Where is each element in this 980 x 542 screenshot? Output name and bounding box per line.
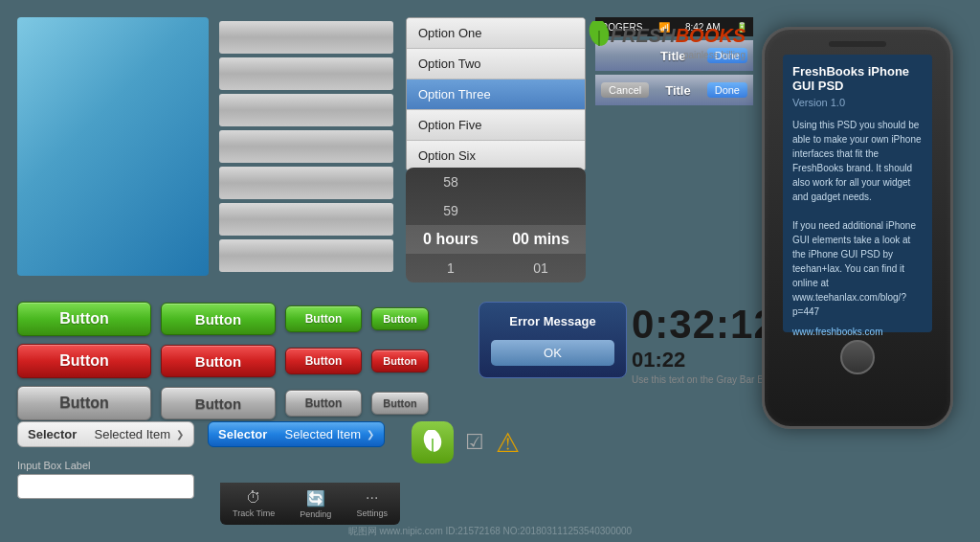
btn-row-gray: Button Button Button Button [17,386,429,420]
small-red-button[interactable]: Button [371,350,429,373]
large-gray-button-2[interactable]: Button [161,387,276,419]
gray-bar [219,57,393,90]
freshbooks-logo-area: FRESHBOOKS painless billing [588,21,746,60]
medium-red-button[interactable]: Button [285,348,362,374]
leaf-icon [588,21,611,50]
tab-settings-label: Settings [356,508,388,518]
blue-rectangle [17,17,209,276]
option-three[interactable]: Option Three [407,79,585,110]
watermark: 昵图网 www.nipic.com ID:21572168 NO:2018031… [348,525,632,538]
tab-pending[interactable]: 🔄 Pending [300,489,331,519]
drum-selected-hours: 0 hours [406,225,496,254]
tab-settings[interactable]: ··· Settings [356,489,388,518]
screen-title: FreshBooks iPhone GUI PSD [792,64,923,93]
fresh-text: FRESH [611,25,676,47]
drum-item: 01 [496,254,586,282]
selectors-area: Selector Selected Item ❯ Selector Select… [17,421,385,447]
large-red-button-2[interactable]: Button [161,345,276,377]
drum-selected-mins: 00 mins [496,225,586,254]
buttons-area: Button Button Button Button Button Butto… [17,302,429,428]
books-text: BOOKS [676,25,746,47]
screen-body: Using this PSD you should be able to mak… [792,118,923,319]
large-gray-button-1[interactable]: Button [17,386,151,420]
input-field[interactable] [17,474,194,499]
tab-track-time-label: Track Time [233,508,275,518]
chevron-right-icon-blue: ❯ [367,429,374,440]
gray-bars-panel [215,17,397,276]
iphone-home-button[interactable] [840,340,875,374]
input-area: Input Box Label [17,460,194,499]
track-time-icon: ⏱ [246,489,261,507]
option-one[interactable]: Option One [407,18,585,49]
nav-title-2: Title [665,83,691,98]
gray-bar [219,21,393,54]
large-red-button-1[interactable]: Button [17,344,151,378]
warning-icon: ⚠ [496,427,520,459]
gray-bar [219,94,393,126]
small-green-button[interactable]: Button [371,307,429,330]
screen-version: Version 1.0 [792,97,923,108]
btn-row-red: Button Button Button Button [17,344,429,378]
hours-drum[interactable]: 58 59 0 hours 1 2 [406,168,496,282]
ok-button[interactable]: OK [491,340,614,366]
leaf-btn-icon [422,430,443,455]
gray-bar [219,130,393,163]
gray-bar [219,203,393,236]
screen-link: www.freshbooks.com [792,327,923,337]
medium-green-button[interactable]: Button [285,305,362,332]
input-label: Input Box Label [17,460,194,471]
mins-drum[interactable]: -- -- 00 mins 01 02 [496,168,586,282]
option-two[interactable]: Option Two [407,49,585,79]
small-gray-button[interactable]: Button [371,392,429,415]
icons-row: ☑ ⚠ [412,421,520,463]
white-selector-value: Selected Item [82,427,170,441]
drum-item: 58 [406,168,496,196]
chevron-right-icon: ❯ [176,429,184,440]
iphone-screen: FreshBooks iPhone GUI PSD Version 1.0 Us… [783,55,932,332]
error-title: Error Message [491,314,614,328]
iphone-mockup: FreshBooks iPhone GUI PSD Version 1.0 Us… [752,17,963,439]
medium-gray-button[interactable]: Button [285,390,362,417]
options-dropdown: Option One Option Two Option Three Optio… [406,17,586,171]
option-six[interactable]: Option Six [407,141,585,170]
tab-pending-label: Pending [300,509,331,519]
white-selector[interactable]: Selector Selected Item ❯ [17,421,194,447]
leaf-button[interactable] [412,421,454,463]
large-green-button-1[interactable]: Button [17,302,151,336]
tab-bar: ⏱ Track Time 🔄 Pending ··· Settings [220,483,400,525]
cancel-button[interactable]: Cancel [601,82,649,98]
gray-bar [219,167,393,199]
btn-row-green: Button Button Button Button [17,302,429,336]
time-picker[interactable]: 58 59 0 hours 1 2 -- -- 00 mins 01 02 [406,168,586,282]
drum-item: 1 [406,254,496,282]
large-green-button-2[interactable]: Button [161,303,276,335]
error-message-box: Error Message OK [479,302,627,378]
drum-item: 59 [406,196,496,225]
blue-selector[interactable]: Selector Selected Item ❯ [208,421,385,447]
iphone-body: FreshBooks iPhone GUI PSD Version 1.0 Us… [762,27,953,429]
pending-icon: 🔄 [306,489,325,508]
tagline: painless billing [588,50,746,60]
checkbox-icon[interactable]: ☑ [465,430,484,455]
blue-selector-label: Selector [218,427,267,441]
gray-bar [219,239,393,272]
option-five[interactable]: Option Five [407,110,585,141]
iphone-speaker [829,41,886,47]
tab-track-time[interactable]: ⏱ Track Time [233,489,275,518]
white-selector-label: Selector [28,427,77,441]
settings-icon: ··· [366,489,378,507]
done-button-2[interactable]: Done [707,82,747,98]
nav-bar-2: Cancel Title Done [595,75,753,105]
blue-selector-value: Selected Item [273,427,361,441]
